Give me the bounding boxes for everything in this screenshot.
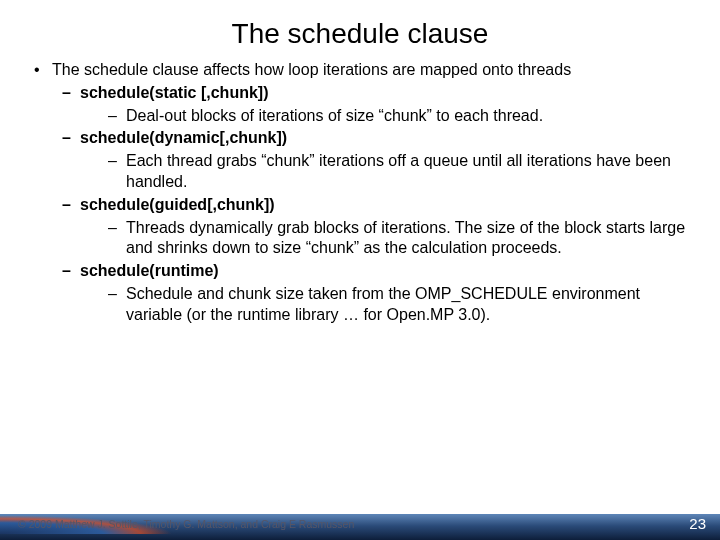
slide-title: The schedule clause <box>0 0 720 60</box>
slide: The schedule clause The schedule clause … <box>0 0 720 540</box>
item-head: schedule(dynamic[,chunk]) <box>62 128 686 149</box>
page-number: 23 <box>689 515 706 532</box>
item-head: schedule(static [,chunk]) <box>62 83 686 104</box>
copyright: © 2009 Matthew J. Sottile, Timothy G. Ma… <box>18 518 354 530</box>
item-desc: Deal-out blocks of iterations of size “c… <box>108 106 686 127</box>
item-desc: Schedule and chunk size taken from the O… <box>108 284 686 326</box>
intro-line: The schedule clause affects how loop ite… <box>34 60 686 81</box>
slide-body: The schedule clause affects how loop ite… <box>0 60 720 326</box>
footer: © 2009 Matthew J. Sottile, Timothy G. Ma… <box>0 486 720 540</box>
item-head: schedule(runtime) <box>62 261 686 282</box>
item-head: schedule(guided[,chunk]) <box>62 195 686 216</box>
item-desc: Each thread grabs “chunk” iterations off… <box>108 151 686 193</box>
item-desc: Threads dynamically grab blocks of itera… <box>108 218 686 260</box>
